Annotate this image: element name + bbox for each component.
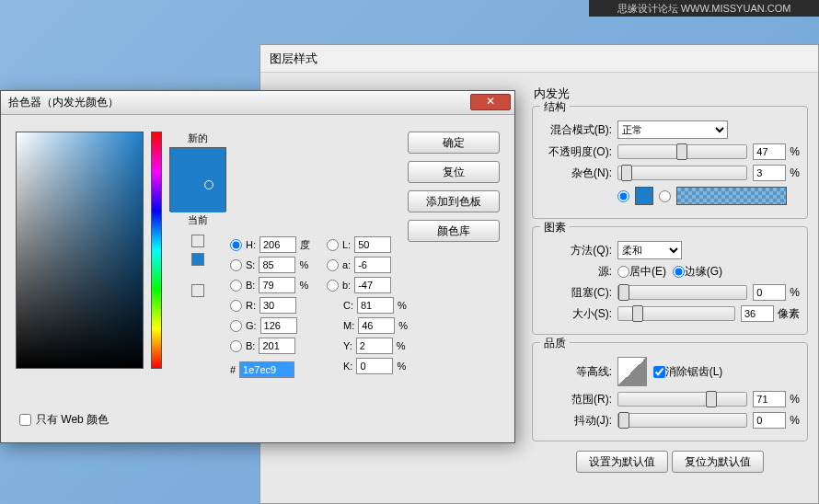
source-edge-radio[interactable] [673,266,685,278]
ok-button[interactable]: 确定 [408,132,500,154]
range-slider[interactable] [617,392,747,407]
source-label: 源: [540,264,612,280]
blend-mode-label: 混合模式(B): [540,122,612,138]
saturation-field[interactable] [16,132,144,369]
s-input[interactable] [259,257,295,273]
color-lib-button[interactable]: 颜色库 [408,220,500,242]
contour-picker[interactable] [617,357,647,386]
s-label: S: [246,259,255,270]
h-radio[interactable] [230,239,242,251]
glow-color-swatch[interactable] [635,187,653,205]
blend-mode-select[interactable]: 正常 [617,120,728,139]
layer-style-right-panel: 内发光 结构 混合模式(B): 正常 不透明度(O): % 杂色(N): [523,73,817,480]
y-label: Y: [343,340,352,351]
opacity-label: 不透明度(O): [540,144,612,160]
c-input[interactable] [357,297,394,314]
inner-glow-heading: 内发光 [534,86,808,102]
jitter-slider[interactable] [617,413,747,428]
current-label: 当前 [169,213,226,227]
watermark-bar: 思缘设计论坛 WWW.MISSYUAN.COM [589,0,819,17]
noise-input[interactable] [753,165,786,181]
bb-input[interactable] [259,277,295,293]
choke-input[interactable] [753,284,786,301]
make-default-button[interactable]: 设置为默认值 [576,451,668,473]
r-label: R: [246,300,256,311]
picker-buttons: 确定 复位 添加到色板 颜色库 [408,132,500,382]
pct-label: % [790,166,800,179]
opacity-input[interactable] [753,143,786,160]
color-fields: H:度 S:% B:% R: G: B: # L: a: b: C:% M:% … [230,132,408,382]
b-radio[interactable] [230,340,242,352]
websafe-icon[interactable] [191,253,204,266]
elements-group: 图素 方法(Q): 柔和 源: 居中(E) 边缘(G) 阻塞(C): % [532,226,808,335]
l-label: L: [342,239,351,250]
pct-label: % [790,393,800,406]
antialias-checkbox[interactable] [653,366,665,378]
reset-default-button[interactable]: 复位为默认值 [672,451,764,473]
method-select[interactable]: 柔和 [617,241,682,259]
color-picker-titlebar[interactable]: 拾色器（内发光颜色） ✕ [1,91,514,115]
labb-label: b: [342,280,351,291]
labb-radio[interactable] [327,280,339,292]
hue-slider[interactable] [151,132,162,369]
cube-icon[interactable] [191,235,204,247]
elements-title: 图素 [540,220,570,235]
new-label: 新的 [169,132,226,145]
color-radio[interactable] [617,190,629,202]
m-input[interactable] [358,317,395,334]
bb-unit: % [299,280,308,291]
l-radio[interactable] [327,239,339,251]
noise-slider[interactable] [617,166,747,180]
h-input[interactable] [260,236,296,253]
labb-input[interactable] [354,277,391,293]
size-input[interactable] [741,305,774,322]
warning-icon[interactable] [191,284,204,297]
size-slider[interactable] [617,306,735,321]
quality-group: 品质 等高线: 消除锯齿(L) 范围(R): % 抖动(J): [532,342,808,441]
antialias-label: 消除锯齿(L) [665,364,723,380]
k-input[interactable] [356,358,393,374]
size-label: 大小(S): [540,306,612,322]
a-radio[interactable] [327,259,339,271]
structure-title: 结构 [540,99,570,115]
s-unit: % [299,259,308,270]
l-input[interactable] [354,236,391,253]
contour-label: 等高线: [540,364,612,380]
gradient-radio[interactable] [659,190,671,202]
structure-group: 结构 混合模式(B): 正常 不透明度(O): % 杂色(N): % [532,106,808,219]
color-picker-dialog: 拾色器（内发光颜色） ✕ 新的 当前 [0,90,515,443]
gradient-swatch[interactable] [676,187,787,205]
cancel-button[interactable]: 复位 [408,161,500,183]
choke-slider[interactable] [617,285,747,300]
s-radio[interactable] [230,259,242,271]
bb-label: B: [246,280,255,291]
close-button[interactable]: ✕ [470,94,511,110]
bb-radio[interactable] [230,280,242,292]
b-label: B: [246,340,255,351]
g-label: G: [246,320,257,331]
hex-label: # [230,364,236,375]
y-input[interactable] [356,338,393,354]
hex-input[interactable] [239,361,294,378]
g-input[interactable] [260,317,297,334]
source-center-radio[interactable] [617,266,629,278]
a-input[interactable] [354,257,391,273]
jitter-input[interactable] [753,412,786,429]
web-only-checkbox[interactable] [19,414,31,426]
b-input[interactable] [259,338,295,354]
quality-title: 品质 [540,336,570,351]
color-cursor[interactable] [204,180,213,189]
range-input[interactable] [753,391,786,407]
range-label: 范围(R): [540,392,612,407]
add-swatch-button[interactable]: 添加到色板 [408,190,500,212]
r-input[interactable] [260,297,296,314]
choke-label: 阻塞(C): [540,285,612,301]
source-edge-label: 边缘(G) [685,264,722,280]
c-label: C: [343,300,353,311]
k-label: K: [343,361,352,372]
opacity-slider[interactable] [617,144,747,159]
g-radio[interactable] [230,320,242,332]
pct-label: % [790,145,800,158]
r-radio[interactable] [230,300,242,312]
color-preview [169,147,226,212]
